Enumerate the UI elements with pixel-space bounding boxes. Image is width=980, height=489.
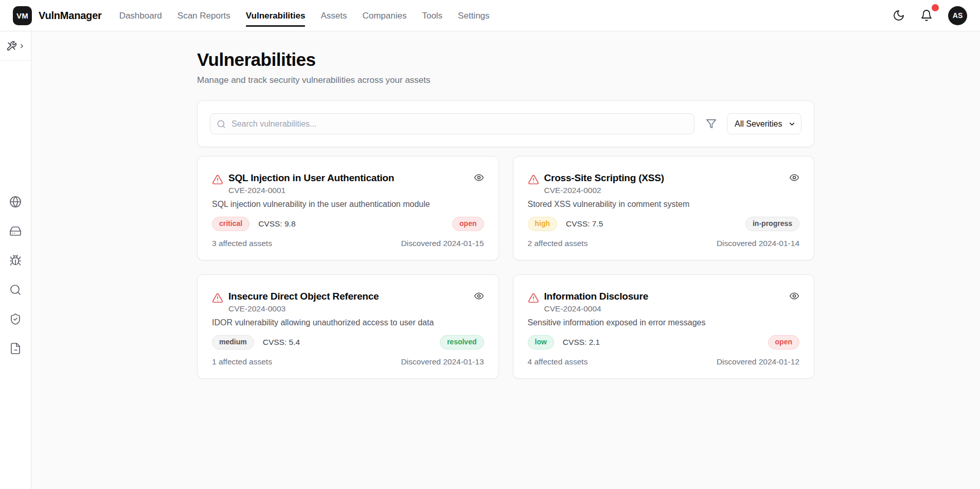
view-details-button[interactable]	[789, 172, 799, 183]
sidebar-item-search[interactable]	[9, 284, 22, 296]
vulnerability-title: Information Disclosure	[544, 291, 649, 302]
main-navigation: Dashboard Scan Reports Vulnerabilities A…	[119, 0, 490, 31]
cve-id: CVE-2024-0004	[544, 304, 649, 313]
sidebar-tools-toggle[interactable]	[0, 31, 31, 61]
cve-id: CVE-2024-0002	[544, 186, 664, 195]
vulnerability-grid: SQL Injection in User Authentication CVE…	[197, 156, 814, 379]
globe-icon	[9, 196, 22, 208]
chevron-right-icon	[19, 43, 25, 49]
cvss-score: CVSS: 7.5	[566, 219, 603, 229]
vulnerability-title: Insecure Direct Object Reference	[228, 291, 379, 302]
severity-badge: high	[528, 217, 558, 231]
search-field-wrap	[210, 113, 694, 134]
nav-dashboard[interactable]: Dashboard	[119, 0, 162, 31]
filter-bar: All Severities	[197, 100, 814, 147]
dark-mode-toggle[interactable]	[893, 9, 906, 22]
vulnerability-description: IDOR vulnerability allowing unauthorized…	[212, 318, 484, 327]
severity-badge: critical	[212, 217, 250, 231]
status-badge: in-progress	[745, 217, 799, 231]
status-badge: open	[452, 217, 484, 231]
bug-icon	[9, 254, 22, 267]
view-details-button[interactable]	[474, 172, 484, 183]
severity-badge: low	[528, 335, 554, 350]
alert-triangle-icon	[212, 292, 223, 304]
shield-check-icon	[9, 313, 22, 325]
brand-logo: VM	[13, 6, 32, 25]
vulnerability-description: SQL injection vulnerability in the user …	[212, 200, 484, 209]
vulnerability-card: Cross-Site Scripting (XSS) CVE-2024-0002…	[513, 156, 815, 260]
vulnerability-title: SQL Injection in User Authentication	[228, 172, 394, 184]
discovered-date: Discovered 2024-01-12	[717, 357, 799, 366]
vulnerability-card: SQL Injection in User Authentication CVE…	[197, 156, 499, 260]
moon-icon	[893, 9, 906, 22]
affected-assets: 2 affected assets	[528, 239, 588, 248]
page-title: Vulnerabilities	[197, 49, 814, 70]
hard-drive-icon	[9, 225, 22, 237]
tools-icon	[6, 41, 17, 51]
discovered-date: Discovered 2024-01-13	[401, 357, 484, 366]
main-content: Vulnerabilities Manage and track securit…	[31, 31, 980, 489]
eye-icon	[789, 291, 799, 301]
brand[interactable]: VM VulnManager	[13, 6, 102, 25]
vulnerability-title: Cross-Site Scripting (XSS)	[544, 172, 664, 184]
view-details-button[interactable]	[789, 291, 799, 301]
vulnerability-card: Insecure Direct Object Reference CVE-202…	[197, 274, 499, 379]
cvss-score: CVSS: 2.1	[563, 338, 600, 347]
page-subtitle: Manage and track security vulnerabilitie…	[197, 75, 814, 85]
affected-assets: 3 affected assets	[212, 239, 272, 248]
nav-tools[interactable]: Tools	[422, 0, 442, 31]
filter-icon[interactable]	[706, 118, 717, 129]
vulnerability-description: Sensitive information exposed in error m…	[528, 318, 800, 327]
sidebar-item-assets[interactable]	[9, 225, 22, 237]
vulnerability-description: Stored XSS vulnerability in comment syst…	[528, 200, 800, 209]
sidebar-item-network[interactable]	[9, 196, 22, 208]
file-text-icon	[9, 342, 22, 355]
alert-triangle-icon	[212, 174, 223, 185]
alert-triangle-icon	[528, 292, 539, 304]
search-input[interactable]	[210, 113, 694, 134]
cve-id: CVE-2024-0003	[228, 304, 379, 313]
status-badge: open	[768, 335, 799, 350]
sidebar-icon-group	[9, 196, 22, 355]
search-icon	[217, 119, 226, 129]
severity-badge: medium	[212, 335, 254, 350]
brand-name: VulnManager	[39, 10, 102, 22]
status-badge: resolved	[440, 335, 484, 350]
severity-select-wrap: All Severities	[727, 113, 801, 134]
eye-icon	[474, 291, 484, 301]
nav-vulnerabilities[interactable]: Vulnerabilities	[246, 0, 306, 31]
discovered-date: Discovered 2024-01-15	[401, 239, 484, 248]
notifications-button[interactable]	[920, 9, 934, 22]
eye-icon	[474, 172, 484, 183]
alert-triangle-icon	[528, 174, 539, 185]
severity-select[interactable]: All Severities	[727, 113, 801, 134]
nav-scan-reports[interactable]: Scan Reports	[177, 0, 230, 31]
sidebar-item-security[interactable]	[9, 313, 22, 325]
affected-assets: 1 affected assets	[212, 357, 272, 366]
topbar: VM VulnManager Dashboard Scan Reports Vu…	[0, 0, 980, 31]
search-icon	[9, 284, 22, 296]
affected-assets: 4 affected assets	[528, 357, 588, 366]
view-details-button[interactable]	[474, 291, 484, 301]
discovered-date: Discovered 2024-01-14	[717, 239, 799, 248]
nav-companies[interactable]: Companies	[362, 0, 406, 31]
notification-badge	[932, 4, 939, 11]
sidebar	[0, 31, 31, 489]
cvss-score: CVSS: 9.8	[258, 219, 295, 229]
bell-icon	[920, 9, 934, 22]
cve-id: CVE-2024-0001	[228, 186, 394, 195]
avatar[interactable]: AS	[948, 6, 967, 25]
eye-icon	[789, 172, 799, 183]
sidebar-item-vulnerabilities[interactable]	[9, 254, 22, 267]
cvss-score: CVSS: 5.4	[263, 338, 300, 347]
sidebar-item-reports[interactable]	[9, 342, 22, 355]
topbar-actions: AS	[893, 6, 967, 25]
nav-assets[interactable]: Assets	[320, 0, 347, 31]
vulnerability-card: Information Disclosure CVE-2024-0004 Sen…	[513, 274, 815, 379]
nav-settings[interactable]: Settings	[458, 0, 489, 31]
